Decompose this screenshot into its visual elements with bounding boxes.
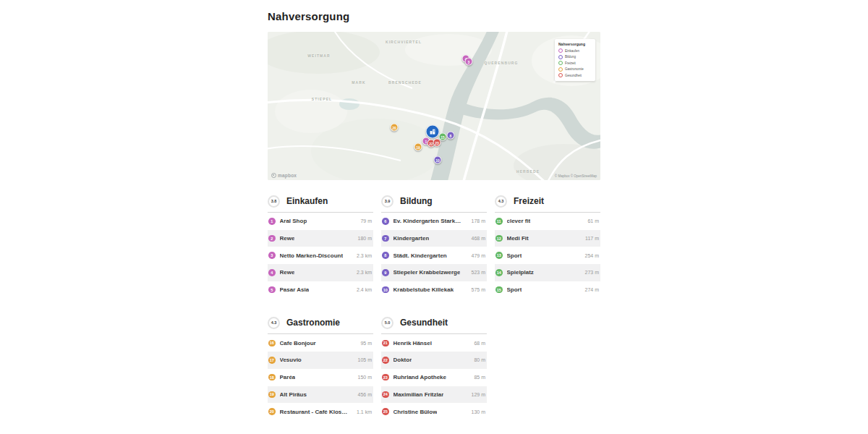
- item-number-badge: 16: [268, 340, 276, 347]
- map-marker-main[interactable]: [426, 125, 440, 139]
- section-header: 4.3 Freizeit: [495, 194, 600, 208]
- item-name: Städt. Kindergarten: [393, 252, 447, 259]
- item-distance: 180 m: [358, 236, 372, 241]
- legend-item-einkaufen: Einkaufen: [558, 48, 592, 53]
- rating-badge: 3.8: [268, 195, 280, 208]
- page-title: Nahversorgung: [268, 10, 600, 22]
- list-item[interactable]: 8 Städt. Kindergarten 479 m: [381, 247, 487, 264]
- item-number-badge: 6: [382, 218, 389, 225]
- map-marker[interactable]: 15: [439, 133, 447, 141]
- section-title: Einkaufen: [286, 196, 328, 206]
- legend-item-label: Gastronomie: [565, 67, 584, 71]
- list-item[interactable]: 10 Krabbelstube Killekak 575 m: [381, 281, 487, 299]
- item-name: clever fit: [507, 218, 531, 224]
- item-name: Maximilian Fritzlar: [393, 391, 444, 398]
- item-distance: 95 m: [360, 341, 372, 346]
- item-name: Medi Fit: [507, 235, 529, 242]
- list-item[interactable]: 24 Maximilian Fritzlar 129 m: [381, 386, 487, 404]
- legend-item-label: Bildung: [565, 55, 576, 59]
- item-number-badge: 23: [382, 374, 389, 381]
- legend-item-label: Gesundheit: [565, 74, 582, 77]
- item-name: Rewe: [280, 235, 295, 242]
- mapbox-icon: [271, 173, 276, 178]
- list-item[interactable]: 21 Henrik Hänsel 68 m: [381, 334, 487, 352]
- item-number-badge: 5: [268, 286, 276, 294]
- item-distance: 274 m: [585, 287, 599, 292]
- list-item[interactable]: 9 Stiepeler Krabbelzwerge 523 m: [381, 264, 487, 281]
- item-number-badge: 24: [382, 391, 389, 399]
- poi-list: 6 Ev. Kindergarten Starke Mä... 178 m 7 …: [381, 212, 487, 298]
- section-title: Gastronomie: [286, 318, 340, 328]
- mapbox-logo-text: mapbox: [278, 173, 297, 178]
- map-marker[interactable]: 20: [391, 124, 399, 132]
- list-item[interactable]: 2 Rewe 180 m: [268, 230, 373, 247]
- map-marker[interactable]: 10: [434, 156, 442, 164]
- item-name: Sport: [507, 252, 522, 259]
- poi-list: 16 Cafe Bonjour 95 m 17 Vesuvio 105 m 18…: [268, 333, 373, 420]
- list-item[interactable]: 23 Ruhrland Apotheke 85 m: [381, 369, 487, 386]
- item-distance: 456 m: [358, 392, 372, 397]
- list-item[interactable]: 19 Alt Piräus 456 m: [268, 386, 373, 404]
- item-distance: 79 m: [360, 218, 372, 224]
- map-attribution[interactable]: © Mapbox © OpenStreetMap: [555, 174, 597, 178]
- item-number-badge: 19: [268, 391, 276, 399]
- list-item[interactable]: 20 Restaurant - Café Klosterhof 1.1 km: [268, 403, 373, 420]
- item-name: Alt Piräus: [280, 391, 307, 398]
- item-name: Sport: [507, 286, 522, 293]
- section-title: Gesundheit: [400, 318, 448, 328]
- list-item[interactable]: 7 Kindergarten 468 m: [381, 230, 487, 247]
- building-icon: [430, 129, 436, 135]
- list-item[interactable]: 14 Spielplatz 273 m: [495, 264, 600, 281]
- map[interactable]: WEITMAR KIRCHVIERTEL QUERENBURG MARK BRE…: [268, 32, 600, 180]
- gesundheit-dot-icon: [558, 73, 563, 77]
- list-item[interactable]: 13 Sport 254 m: [495, 247, 600, 264]
- list-item[interactable]: 16 Cafe Bonjour 95 m: [268, 334, 373, 352]
- item-number-badge: 2: [268, 235, 276, 242]
- list-item[interactable]: 6 Ev. Kindergarten Starke Mä... 178 m: [381, 213, 487, 230]
- list-item[interactable]: 17 Vesuvio 105 m: [268, 352, 373, 369]
- rating-badge: 5.0: [381, 317, 393, 329]
- item-name: Paréa: [280, 374, 296, 380]
- item-distance: 468 m: [472, 236, 485, 241]
- section-header: 5.0 Gesundheit: [381, 315, 487, 330]
- item-name: Pasar Asia: [280, 286, 310, 293]
- section-title: Freizeit: [514, 196, 544, 206]
- item-distance: 80 m: [474, 357, 485, 362]
- map-marker[interactable]: 3: [465, 58, 473, 66]
- category-sections: 3.8 Einkaufen 1 Aral Shop 79 m 2 Rewe 18…: [268, 194, 600, 420]
- list-item[interactable]: 5 Pasar Asia 2.4 km: [268, 281, 373, 299]
- list-item[interactable]: 15 Sport 274 m: [495, 281, 600, 299]
- list-item[interactable]: 12 Medi Fit 117 m: [495, 230, 600, 247]
- list-item[interactable]: 1 Aral Shop 79 m: [268, 213, 373, 230]
- poi-list: 21 Henrik Hänsel 68 m 22 Doktor 80 m 23 …: [381, 333, 487, 420]
- mapbox-logo[interactable]: mapbox: [271, 173, 297, 178]
- list-item[interactable]: 4 Rewe 2.3 km: [268, 264, 373, 281]
- item-number-badge: 21: [382, 340, 389, 347]
- item-number-badge: 3: [268, 252, 276, 259]
- item-distance: 130 m: [472, 409, 485, 414]
- item-number-badge: 11: [495, 218, 503, 225]
- item-name: Doktor: [393, 357, 412, 363]
- rating-badge: 4.3: [268, 317, 280, 329]
- item-distance: 61 m: [587, 218, 599, 224]
- list-item[interactable]: 22 Doktor 80 m: [381, 352, 487, 369]
- item-name: Vesuvio: [280, 357, 302, 363]
- list-item[interactable]: 11 clever fit 61 m: [495, 213, 600, 230]
- list-item[interactable]: 18 Paréa 150 m: [268, 369, 373, 386]
- map-marker[interactable]: 19: [414, 143, 422, 151]
- legend-item-label: Freizeit: [565, 61, 576, 65]
- item-number-badge: 7: [382, 235, 389, 242]
- section-title: Bildung: [400, 196, 433, 206]
- poi-list: 11 clever fit 61 m 12 Medi Fit 117 m 13 …: [495, 212, 600, 298]
- legend-item-freizeit: Freizeit: [558, 61, 592, 65]
- list-item[interactable]: 3 Netto Marken-Discount 2.3 km: [268, 247, 373, 264]
- map-marker[interactable]: 8: [447, 132, 455, 140]
- bildung-dot-icon: [558, 55, 563, 59]
- item-number-badge: 18: [268, 374, 276, 381]
- list-item[interactable]: 25 Christine Bülow 130 m: [381, 403, 487, 420]
- item-distance: 85 m: [474, 375, 485, 380]
- item-number-badge: 9: [382, 269, 389, 276]
- item-number-badge: 1: [268, 218, 276, 225]
- item-distance: 254 m: [585, 253, 599, 258]
- item-number-badge: 4: [268, 269, 276, 276]
